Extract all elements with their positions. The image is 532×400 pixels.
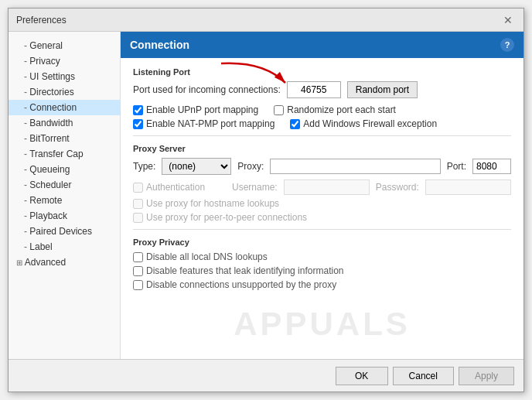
port-row: Port used for incoming connections:	[133, 81, 511, 98]
panel-content-wrapper: Listening Port Port used for incoming co…	[121, 58, 523, 359]
sidebar-item-remote[interactable]: Remote	[9, 193, 120, 208]
peer-to-peer-checkbox[interactable]	[133, 213, 143, 223]
panel-header: Connection ?	[121, 32, 523, 58]
nat-label: Enable NAT-PMP port mapping	[146, 118, 275, 129]
unsupported-conn-row: Disable connections unsupported by the p…	[133, 279, 511, 290]
window-title: Preferences	[16, 15, 66, 26]
sidebar-item-label[interactable]: Label	[9, 239, 120, 255]
port-input[interactable]	[287, 81, 341, 98]
sidebar-item-transfer-cap[interactable]: Transfer Cap	[9, 146, 120, 162]
password-input[interactable]	[425, 179, 511, 195]
upnp-checkbox-item: Enable UPnP port mapping	[133, 104, 258, 115]
hostname-lookup-row: Use proxy for hostname lookups	[133, 198, 511, 209]
auth-checkbox[interactable]	[133, 183, 143, 193]
dns-lookup-checkbox[interactable]	[133, 252, 143, 262]
checkboxes-row-1: Enable UPnP port mapping Randomize port …	[133, 104, 511, 115]
sidebar-item-directories[interactable]: Directories	[9, 84, 120, 100]
randomize-label: Randomize port each start	[287, 104, 396, 115]
sidebar: General Privacy UI Settings Directories …	[9, 32, 121, 359]
username-input[interactable]	[284, 179, 370, 195]
preferences-window: Preferences ✕ General Privacy UI Setting…	[8, 8, 524, 392]
proxy-type-row: Type: (none) Proxy: Port:	[133, 158, 511, 175]
proxy-port-input[interactable]	[472, 159, 511, 174]
listening-port-label: Listening Port	[133, 67, 511, 77]
proxy-server-label: Proxy Server	[133, 144, 511, 153]
proxy-port-label: Port:	[447, 161, 466, 172]
panel-title: Connection	[130, 39, 189, 51]
firewall-checkbox-item: Add Windows Firewall exception	[290, 118, 437, 129]
proxy-type-label: Type:	[133, 161, 155, 172]
sidebar-item-bittorrent[interactable]: BitTorrent	[9, 131, 120, 146]
watermark-text: APPUALS	[234, 306, 411, 343]
upnp-checkbox[interactable]	[133, 105, 143, 115]
randomize-checkbox-item: Randomize port each start	[274, 104, 396, 115]
title-bar: Preferences ✕	[9, 9, 523, 32]
sidebar-item-general[interactable]: General	[9, 38, 120, 53]
sidebar-item-bandwidth[interactable]: Bandwidth	[9, 115, 120, 131]
divider-1	[133, 135, 511, 136]
sidebar-item-privacy[interactable]: Privacy	[9, 53, 120, 69]
dns-lookup-label: Disable all local DNS lookups	[146, 251, 268, 262]
randomize-checkbox[interactable]	[274, 105, 284, 115]
cancel-button[interactable]: Cancel	[393, 367, 454, 385]
help-icon[interactable]: ?	[500, 38, 514, 52]
close-button[interactable]: ✕	[500, 12, 516, 28]
hostname-lookup-checkbox[interactable]	[133, 199, 143, 209]
password-label: Password:	[376, 182, 419, 193]
sidebar-item-advanced[interactable]: Advanced	[9, 255, 120, 270]
content-area: General Privacy UI Settings Directories …	[9, 32, 523, 359]
unsupported-conn-checkbox[interactable]	[133, 280, 143, 290]
footer: OK Cancel Apply	[9, 359, 523, 391]
firewall-checkbox[interactable]	[290, 119, 300, 129]
sidebar-item-queueing[interactable]: Queueing	[9, 162, 120, 177]
peer-to-peer-row: Use proxy for peer-to-peer connections	[133, 212, 511, 223]
unsupported-conn-label: Disable connections unsupported by the p…	[146, 279, 336, 290]
main-panel: Connection ? Listening Port Port used fo…	[121, 32, 523, 359]
auth-checkbox-item: Authentication	[133, 182, 226, 193]
leak-info-row: Disable features that leak identifying i…	[133, 265, 511, 276]
sidebar-item-scheduler[interactable]: Scheduler	[9, 177, 120, 193]
watermark-area: APPUALS	[133, 293, 511, 355]
proxy-privacy-label: Proxy Privacy	[133, 238, 511, 247]
port-used-label: Port used for incoming connections:	[133, 84, 281, 95]
username-label: Username:	[232, 182, 278, 193]
ok-button[interactable]: OK	[336, 367, 388, 385]
sidebar-item-playback[interactable]: Playback	[9, 208, 120, 224]
proxy-addr-label: Proxy:	[237, 161, 264, 172]
nat-checkbox-item: Enable NAT-PMP port mapping	[133, 118, 275, 129]
hostname-lookup-label: Use proxy for hostname lookups	[146, 198, 279, 209]
auth-row: Authentication Username: Password:	[133, 179, 511, 195]
auth-label: Authentication	[146, 182, 205, 193]
random-port-button[interactable]: Random port	[347, 81, 418, 98]
proxy-address-input[interactable]	[270, 159, 440, 174]
sidebar-item-connection[interactable]: Connection	[9, 100, 120, 115]
firewall-label: Add Windows Firewall exception	[303, 118, 437, 129]
apply-button[interactable]: Apply	[459, 367, 514, 385]
divider-2	[133, 229, 511, 230]
panel-content: Listening Port Port used for incoming co…	[121, 58, 523, 359]
sidebar-item-paired-devices[interactable]: Paired Devices	[9, 224, 120, 239]
checkboxes-row-2: Enable NAT-PMP port mapping Add Windows …	[133, 118, 511, 129]
peer-to-peer-label: Use proxy for peer-to-peer connections	[146, 212, 307, 223]
sidebar-item-ui-settings[interactable]: UI Settings	[9, 69, 120, 84]
leak-info-label: Disable features that leak identifying i…	[146, 265, 343, 276]
upnp-label: Enable UPnP port mapping	[146, 104, 258, 115]
leak-info-checkbox[interactable]	[133, 266, 143, 276]
proxy-type-select[interactable]: (none)	[162, 158, 231, 175]
nat-checkbox[interactable]	[133, 119, 143, 129]
dns-lookup-row: Disable all local DNS lookups	[133, 251, 511, 262]
